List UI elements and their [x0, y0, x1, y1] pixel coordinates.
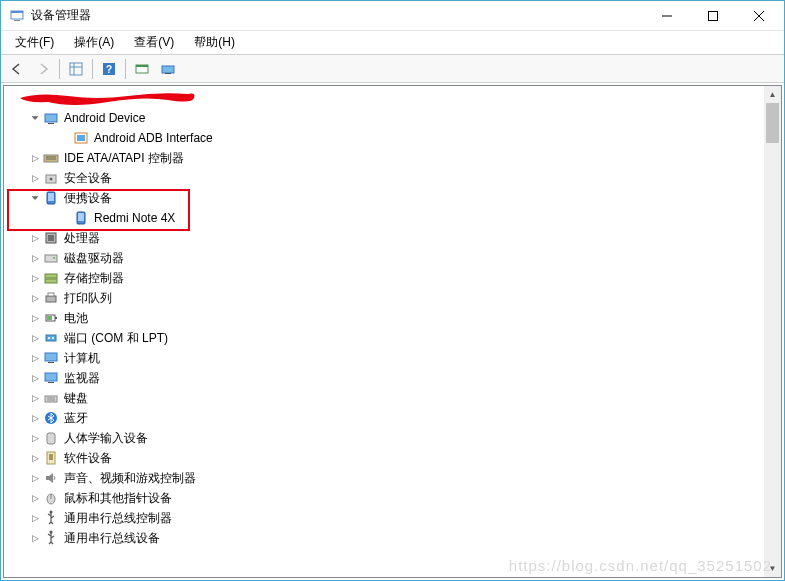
- tree-node-redmi[interactable]: Redmi Note 4X: [4, 208, 781, 228]
- tree-label: 便携设备: [62, 189, 114, 208]
- device-tree[interactable]: ⏷ Android Device Android ADB Interface ▷…: [3, 85, 782, 578]
- expand-icon[interactable]: ▷: [28, 333, 42, 343]
- tree-node-print[interactable]: ▷ 打印队列: [4, 288, 781, 308]
- tree-label: 打印队列: [62, 289, 114, 308]
- tree-node-sound[interactable]: ▷ 声音、视频和游戏控制器: [4, 468, 781, 488]
- tree-node-ports[interactable]: ▷ 端口 (COM 和 LPT): [4, 328, 781, 348]
- expand-icon[interactable]: ▷: [28, 473, 42, 483]
- menu-help[interactable]: 帮助(H): [184, 31, 245, 54]
- tree-node-ide[interactable]: ▷ IDE ATA/ATAPI 控制器: [4, 148, 781, 168]
- toolbar-separator: [92, 59, 93, 79]
- tree-node-usb-device[interactable]: ▷ 通用串行总线设备: [4, 528, 781, 548]
- expand-icon[interactable]: ▷: [28, 233, 42, 243]
- expand-icon[interactable]: ▷: [28, 253, 42, 263]
- svg-rect-53: [49, 454, 53, 460]
- scroll-thumb[interactable]: [766, 103, 779, 143]
- tree-label: 处理器: [62, 229, 102, 248]
- tree-node-battery[interactable]: ▷ 电池: [4, 308, 781, 328]
- expand-icon[interactable]: ▷: [28, 373, 42, 383]
- svg-point-57: [50, 531, 53, 534]
- expand-icon[interactable]: ▷: [28, 153, 42, 163]
- toolbar-separator: [125, 59, 126, 79]
- tree-node-processor[interactable]: ▷ 处理器: [4, 228, 781, 248]
- minimize-button[interactable]: [644, 1, 690, 30]
- tree-node-software[interactable]: ▷ 软件设备: [4, 448, 781, 468]
- collapse-icon[interactable]: ⏷: [28, 193, 42, 203]
- forward-button[interactable]: [31, 57, 55, 81]
- svg-rect-39: [47, 316, 52, 320]
- svg-rect-14: [162, 66, 174, 73]
- svg-point-24: [50, 178, 53, 181]
- back-button[interactable]: [5, 57, 29, 81]
- redaction-scribble: [18, 86, 203, 104]
- tree-node-disk[interactable]: ▷ 磁盘驱动器: [4, 248, 781, 268]
- svg-rect-45: [45, 373, 57, 381]
- software-device-icon: [43, 450, 59, 466]
- tree-node-bluetooth[interactable]: ▷ 蓝牙: [4, 408, 781, 428]
- svg-point-56: [50, 511, 53, 514]
- close-button[interactable]: [736, 1, 782, 30]
- mouse-icon: [43, 490, 59, 506]
- expand-icon[interactable]: ▷: [28, 533, 42, 543]
- svg-rect-7: [70, 63, 82, 75]
- toolbar-separator: [59, 59, 60, 79]
- expand-icon[interactable]: ▷: [28, 313, 42, 323]
- phone-device-icon: [73, 210, 89, 226]
- tree-node-keyboard[interactable]: ▷ 键盘: [4, 388, 781, 408]
- tree-node-mouse[interactable]: ▷ 鼠标和其他指针设备: [4, 488, 781, 508]
- maximize-button[interactable]: [690, 1, 736, 30]
- scan-hardware-button[interactable]: [130, 57, 154, 81]
- tree-node-usb-controller[interactable]: ▷ 通用串行总线控制器: [4, 508, 781, 528]
- tree-node-computer[interactable]: ▷ 计算机: [4, 348, 781, 368]
- tree-label: 通用串行总线控制器: [62, 509, 174, 528]
- bluetooth-icon: [43, 410, 59, 426]
- scrollbar[interactable]: ▲ ▼: [764, 86, 781, 577]
- menu-file[interactable]: 文件(F): [5, 31, 64, 54]
- scroll-down-button[interactable]: ▼: [764, 560, 781, 577]
- update-driver-button[interactable]: [156, 57, 180, 81]
- expand-icon[interactable]: ▷: [28, 433, 42, 443]
- tree-label: 通用串行总线设备: [62, 529, 162, 548]
- collapse-icon[interactable]: ⏷: [28, 113, 42, 123]
- hid-icon: [43, 430, 59, 446]
- svg-rect-15: [165, 73, 171, 74]
- expand-icon[interactable]: ▷: [28, 173, 42, 183]
- show-hide-tree-button[interactable]: [64, 57, 88, 81]
- expand-icon[interactable]: ▷: [28, 353, 42, 363]
- svg-point-41: [48, 337, 50, 339]
- expand-icon[interactable]: ▷: [28, 293, 42, 303]
- app-icon: [9, 8, 25, 24]
- svg-rect-43: [45, 353, 57, 361]
- expand-icon[interactable]: ▷: [28, 493, 42, 503]
- tree-node-hid[interactable]: ▷ 人体学输入设备: [4, 428, 781, 448]
- tree-node-android-adb[interactable]: Android ADB Interface: [4, 128, 781, 148]
- svg-point-42: [52, 337, 54, 339]
- tree-label: 软件设备: [62, 449, 114, 468]
- monitor-icon: [43, 370, 59, 386]
- expand-icon[interactable]: ▷: [28, 273, 42, 283]
- tree-node-android-device[interactable]: ⏷ Android Device: [4, 108, 781, 128]
- tree-label: 声音、视频和游戏控制器: [62, 469, 198, 488]
- menu-view[interactable]: 查看(V): [124, 31, 184, 54]
- svg-rect-47: [45, 396, 57, 402]
- tree-label: IDE ATA/ATAPI 控制器: [62, 149, 186, 168]
- window-title: 设备管理器: [31, 7, 644, 24]
- scroll-up-button[interactable]: ▲: [764, 86, 781, 103]
- security-device-icon: [43, 170, 59, 186]
- expand-icon[interactable]: ▷: [28, 413, 42, 423]
- svg-rect-44: [48, 362, 54, 363]
- svg-point-32: [53, 257, 55, 259]
- tree-node-monitor[interactable]: ▷ 监视器: [4, 368, 781, 388]
- tree-node-security[interactable]: ▷ 安全设备: [4, 168, 781, 188]
- svg-rect-26: [48, 193, 54, 201]
- tree-node-storage[interactable]: ▷ 存储控制器: [4, 268, 781, 288]
- help-button[interactable]: ?: [97, 57, 121, 81]
- expand-icon[interactable]: ▷: [28, 513, 42, 523]
- menu-action[interactable]: 操作(A): [64, 31, 124, 54]
- tree-node-portable[interactable]: ⏷ 便携设备: [4, 188, 781, 208]
- expand-icon[interactable]: ▷: [28, 393, 42, 403]
- expand-icon[interactable]: ▷: [28, 453, 42, 463]
- svg-rect-16: [45, 114, 57, 122]
- disk-drive-icon: [43, 250, 59, 266]
- tree-label: 鼠标和其他指针设备: [62, 489, 174, 508]
